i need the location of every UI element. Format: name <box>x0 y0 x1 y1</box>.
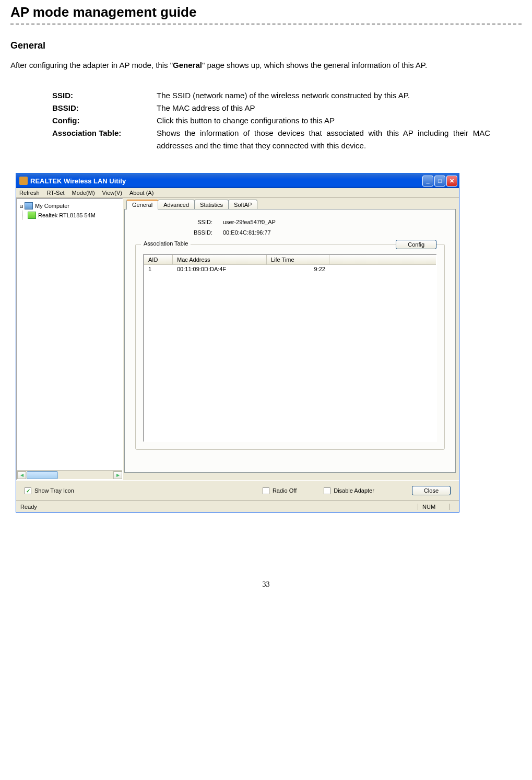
close-window-button[interactable]: ✕ <box>446 176 457 187</box>
menu-about[interactable]: About (A) <box>129 190 153 196</box>
association-table-group: Association Table AID Mac Address Life T… <box>135 244 445 450</box>
tree-root-item[interactable]: ⊟ My Computer <box>18 201 121 211</box>
section-heading-general: General <box>10 40 522 51</box>
definition-label: Association Table: <box>52 127 157 152</box>
cell-lifetime: 9:22 <box>267 266 329 272</box>
config-button[interactable]: Config <box>396 240 436 249</box>
bottom-bar: ✓ Show Tray Icon Radio Off Disable Adapt… <box>16 480 459 500</box>
scroll-left-button[interactable]: ◀ <box>17 471 26 479</box>
scroll-right-button[interactable]: ▶ <box>113 471 122 479</box>
adapter-icon <box>28 212 36 219</box>
intro-paragraph: After configuring the adapter in AP mode… <box>10 56 522 74</box>
app-window: REALTEK Wireless LAN Uitily _ □ ✕ Refres… <box>16 173 459 513</box>
table-header: AID Mac Address Life Time <box>144 255 436 265</box>
horizontal-scrollbar[interactable]: ◀ ▶ <box>17 470 122 479</box>
tab-advanced[interactable]: Advanced <box>158 200 195 209</box>
cell-mac: 00:11:09:0D:DA:4F <box>173 266 267 272</box>
definition-value: The SSID (network name) of the wireless … <box>157 89 410 102</box>
disable-adapter-label: Disable Adapter <box>334 487 374 494</box>
tab-row: General Advanced Statistics SoftAP <box>124 199 456 209</box>
ssid-value: user-29fea547f0_AP <box>223 219 276 225</box>
definition-label: SSID: <box>52 89 157 102</box>
computer-icon <box>25 202 33 209</box>
show-tray-label: Show Tray Icon <box>34 487 74 494</box>
disable-adapter-checkbox[interactable] <box>324 487 330 494</box>
tree-panel: ⊟ My Computer Realtek RTL8185 54M ◀ ▶ <box>16 198 123 480</box>
tab-body-general: SSID: user-29fea547f0_AP BSSID: 00:E0:4C… <box>124 209 456 473</box>
definition-label: Config: <box>52 114 157 127</box>
intro-text-bold: General <box>173 61 202 69</box>
tree-child-label: Realtek RTL8185 54M <box>38 212 96 218</box>
scroll-thumb[interactable] <box>27 471 58 479</box>
definition-row: Config: Click this button to change conf… <box>52 114 490 127</box>
bssid-row: BSSID: 00:E0:4C:81:96:77 <box>182 229 445 236</box>
tab-softap[interactable]: SoftAP <box>228 200 257 209</box>
intro-text-post: " page shows up, which shows the general… <box>202 61 427 69</box>
intro-text-pre: After configuring the adapter in AP mode… <box>10 61 173 69</box>
definition-value: Shows the information of those devices t… <box>157 127 490 152</box>
status-ready: Ready <box>16 504 418 510</box>
definitions-table: SSID: The SSID (network name) of the wir… <box>52 89 490 152</box>
ssid-row: SSID: user-29fea547f0_AP <box>182 219 445 225</box>
status-bar: Ready NUM <box>16 500 459 512</box>
bssid-value: 00:E0:4C:81:96:77 <box>223 229 271 236</box>
close-button[interactable]: Close <box>412 486 451 495</box>
app-icon <box>19 177 28 185</box>
association-table: AID Mac Address Life Time 1 00:11:09:0D:… <box>143 254 437 442</box>
status-num: NUM <box>418 504 450 510</box>
menu-view[interactable]: View(V) <box>102 190 122 196</box>
tree-child-item[interactable]: Realtek RTL8185 54M <box>28 211 121 220</box>
tree-root-label: My Computer <box>35 203 69 209</box>
maximize-button[interactable]: □ <box>434 176 445 187</box>
minimize-button[interactable]: _ <box>422 176 433 187</box>
definition-row: Association Table: Shows the information… <box>52 127 490 152</box>
page-title: AP mode management guide <box>10 4 522 20</box>
bssid-label: BSSID: <box>182 229 212 236</box>
tab-statistics[interactable]: Statistics <box>194 200 229 209</box>
menu-refresh[interactable]: Refresh <box>19 190 40 196</box>
radio-off-label: Radio Off <box>273 487 297 494</box>
title-divider <box>10 24 522 25</box>
column-header-lifetime[interactable]: Life Time <box>267 255 329 264</box>
definition-value: Click this button to change configuratio… <box>157 114 335 127</box>
show-tray-checkbox[interactable]: ✓ <box>25 487 31 494</box>
window-title: REALTEK Wireless LAN Uitily <box>30 177 422 185</box>
page-number: 33 <box>10 580 522 589</box>
definition-row: SSID: The SSID (network name) of the wir… <box>52 89 490 102</box>
definition-label: BSSID: <box>52 102 157 114</box>
radio-off-checkbox[interactable] <box>263 487 269 494</box>
menu-rtset[interactable]: RT-Set <box>47 190 65 196</box>
tree-collapse-icon[interactable]: ⊟ <box>18 203 25 209</box>
menu-mode[interactable]: Mode(M) <box>72 190 95 196</box>
window-controls: _ □ ✕ <box>422 176 457 187</box>
column-header-mac[interactable]: Mac Address <box>173 255 267 264</box>
table-row[interactable]: 1 00:11:09:0D:DA:4F 9:22 <box>144 265 436 273</box>
menu-bar: Refresh RT-Set Mode(M) View(V) About (A) <box>16 188 459 198</box>
column-header-aid[interactable]: AID <box>144 255 173 264</box>
tab-general[interactable]: General <box>126 200 158 209</box>
main-pane: ⊟ My Computer Realtek RTL8185 54M ◀ ▶ <box>16 198 459 480</box>
titlebar[interactable]: REALTEK Wireless LAN Uitily _ □ ✕ <box>16 173 459 188</box>
cell-aid: 1 <box>144 266 173 272</box>
content-panel: General Advanced Statistics SoftAP SSID:… <box>123 198 459 480</box>
definition-row: BSSID: The MAC address of this AP <box>52 102 490 114</box>
ssid-label: SSID: <box>182 219 212 225</box>
definition-value: The MAC address of this AP <box>157 102 255 114</box>
